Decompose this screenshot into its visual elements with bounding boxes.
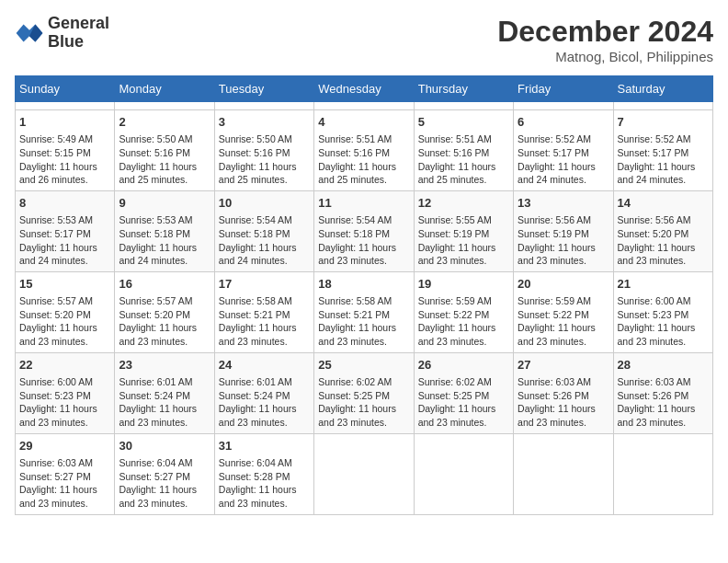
calendar-cell: 8Sunrise: 5:53 AMSunset: 5:17 PMDaylight…: [16, 190, 115, 271]
day-number: 22: [19, 357, 110, 373]
day-number: 12: [418, 195, 509, 212]
calendar-cell: [613, 433, 712, 514]
calendar-cell: [514, 102, 613, 110]
sunset-label: Sunset: 5:21 PM: [318, 309, 390, 320]
logo-icon: [15, 18, 44, 48]
calendar-cell: 4Sunrise: 5:51 AMSunset: 5:16 PMDaylight…: [314, 110, 414, 191]
daylight-label: Daylight: 11 hours and 23 minutes.: [318, 403, 396, 428]
calendar-cell: 24Sunrise: 6:01 AMSunset: 5:24 PMDayligh…: [214, 352, 313, 433]
sunset-label: Sunset: 5:16 PM: [219, 147, 290, 158]
calendar-table: SundayMondayTuesdayWednesdayThursdayFrid…: [15, 75, 713, 515]
header: General Blue December 2024 Matnog, Bicol…: [15, 15, 713, 64]
day-number: 10: [219, 195, 310, 212]
week-row-3: 15Sunrise: 5:57 AMSunset: 5:20 PMDayligh…: [16, 271, 713, 352]
sunset-label: Sunset: 5:16 PM: [418, 147, 490, 158]
daylight-label: Daylight: 11 hours and 23 minutes.: [618, 403, 696, 428]
sunset-label: Sunset: 5:16 PM: [119, 147, 190, 158]
sunrise-label: Sunrise: 5:51 AM: [418, 133, 492, 144]
title-area: December 2024 Matnog, Bicol, Philippines: [497, 15, 713, 64]
sunset-label: Sunset: 5:26 PM: [518, 390, 589, 401]
daylight-label: Daylight: 11 hours and 24 minutes.: [119, 242, 197, 267]
sunrise-label: Sunrise: 6:03 AM: [518, 376, 591, 387]
day-number: 17: [219, 276, 310, 293]
daylight-label: Daylight: 11 hours and 23 minutes.: [318, 242, 396, 267]
sunrise-label: Sunrise: 5:54 AM: [219, 214, 292, 225]
column-header-saturday: Saturday: [613, 76, 712, 102]
sunset-label: Sunset: 5:22 PM: [518, 309, 589, 320]
sunset-label: Sunset: 5:18 PM: [219, 228, 290, 239]
sunset-label: Sunset: 5:21 PM: [219, 309, 290, 320]
sunrise-label: Sunrise: 6:03 AM: [19, 457, 93, 468]
week-row-0: [16, 102, 713, 110]
day-number: 5: [418, 114, 509, 131]
calendar-cell: 29Sunrise: 6:03 AMSunset: 5:27 PMDayligh…: [16, 433, 115, 514]
day-number: 14: [618, 195, 709, 212]
calendar-cell: 20Sunrise: 5:59 AMSunset: 5:22 PMDayligh…: [514, 271, 613, 352]
day-headers-row: SundayMondayTuesdayWednesdayThursdayFrid…: [16, 76, 713, 102]
sunset-label: Sunset: 5:26 PM: [618, 390, 689, 401]
column-header-friday: Friday: [514, 76, 613, 102]
calendar-cell: [16, 102, 115, 110]
sunrise-label: Sunrise: 5:56 AM: [618, 214, 691, 225]
day-number: 24: [219, 357, 310, 373]
day-number: 15: [19, 276, 110, 293]
day-number: 4: [318, 114, 409, 131]
daylight-label: Daylight: 11 hours and 23 minutes.: [618, 242, 696, 267]
calendar-cell: [214, 102, 313, 110]
logo-text: General Blue: [48, 15, 109, 52]
sunset-label: Sunset: 5:23 PM: [618, 309, 689, 320]
day-number: 19: [418, 276, 509, 293]
day-number: 3: [219, 114, 310, 131]
sunrise-label: Sunrise: 5:53 AM: [19, 214, 93, 225]
calendar-cell: 11Sunrise: 5:54 AMSunset: 5:18 PMDayligh…: [314, 190, 414, 271]
week-row-4: 22Sunrise: 6:00 AMSunset: 5:23 PMDayligh…: [16, 352, 713, 433]
calendar-cell: 19Sunrise: 5:59 AMSunset: 5:22 PMDayligh…: [414, 271, 513, 352]
daylight-label: Daylight: 11 hours and 23 minutes.: [219, 403, 297, 428]
sunrise-label: Sunrise: 6:01 AM: [119, 376, 192, 387]
sunset-label: Sunset: 5:19 PM: [518, 228, 589, 239]
sunrise-label: Sunrise: 5:51 AM: [318, 133, 392, 144]
day-number: 27: [518, 357, 609, 373]
calendar-cell: 18Sunrise: 5:58 AMSunset: 5:21 PMDayligh…: [314, 271, 414, 352]
sunset-label: Sunset: 5:19 PM: [418, 228, 490, 239]
sunrise-label: Sunrise: 6:03 AM: [618, 376, 691, 387]
day-number: 30: [119, 438, 210, 454]
daylight-label: Daylight: 11 hours and 24 minutes.: [19, 242, 97, 267]
sunrise-label: Sunrise: 5:57 AM: [119, 295, 192, 306]
sunset-label: Sunset: 5:20 PM: [119, 309, 190, 320]
sunset-label: Sunset: 5:20 PM: [19, 309, 91, 320]
column-header-tuesday: Tuesday: [214, 76, 313, 102]
sunrise-label: Sunrise: 5:50 AM: [219, 133, 292, 144]
sunrise-label: Sunrise: 5:53 AM: [119, 214, 192, 225]
day-number: 16: [119, 276, 210, 293]
calendar-cell: 21Sunrise: 6:00 AMSunset: 5:23 PMDayligh…: [613, 271, 712, 352]
sunrise-label: Sunrise: 5:59 AM: [518, 295, 591, 306]
sunset-label: Sunset: 5:25 PM: [418, 390, 490, 401]
sunset-label: Sunset: 5:18 PM: [318, 228, 390, 239]
sunset-label: Sunset: 5:25 PM: [318, 390, 390, 401]
sunset-label: Sunset: 5:24 PM: [119, 390, 190, 401]
calendar-cell: [115, 102, 214, 110]
daylight-label: Daylight: 11 hours and 23 minutes.: [19, 322, 97, 347]
daylight-label: Daylight: 11 hours and 23 minutes.: [19, 403, 97, 428]
calendar-cell: 7Sunrise: 5:52 AMSunset: 5:17 PMDaylight…: [613, 110, 712, 191]
sunset-label: Sunset: 5:24 PM: [219, 390, 290, 401]
week-row-2: 8Sunrise: 5:53 AMSunset: 5:17 PMDaylight…: [16, 190, 713, 271]
column-header-sunday: Sunday: [16, 76, 115, 102]
day-number: 20: [518, 276, 609, 293]
daylight-label: Daylight: 11 hours and 24 minutes.: [618, 161, 696, 186]
day-number: 21: [618, 276, 709, 293]
daylight-label: Daylight: 11 hours and 23 minutes.: [119, 322, 197, 347]
sunrise-label: Sunrise: 5:49 AM: [19, 133, 93, 144]
calendar-cell: [414, 433, 513, 514]
daylight-label: Daylight: 11 hours and 26 minutes.: [19, 161, 97, 186]
sunrise-label: Sunrise: 5:56 AM: [518, 214, 591, 225]
calendar-cell: 5Sunrise: 5:51 AMSunset: 5:16 PMDaylight…: [414, 110, 513, 191]
daylight-label: Daylight: 11 hours and 25 minutes.: [219, 161, 297, 186]
sunrise-label: Sunrise: 5:52 AM: [618, 133, 691, 144]
calendar-cell: 28Sunrise: 6:03 AMSunset: 5:26 PMDayligh…: [613, 352, 712, 433]
sunrise-label: Sunrise: 6:02 AM: [318, 376, 392, 387]
daylight-label: Daylight: 11 hours and 24 minutes.: [518, 161, 596, 186]
calendar-cell: 10Sunrise: 5:54 AMSunset: 5:18 PMDayligh…: [214, 190, 313, 271]
day-number: 9: [119, 195, 210, 212]
